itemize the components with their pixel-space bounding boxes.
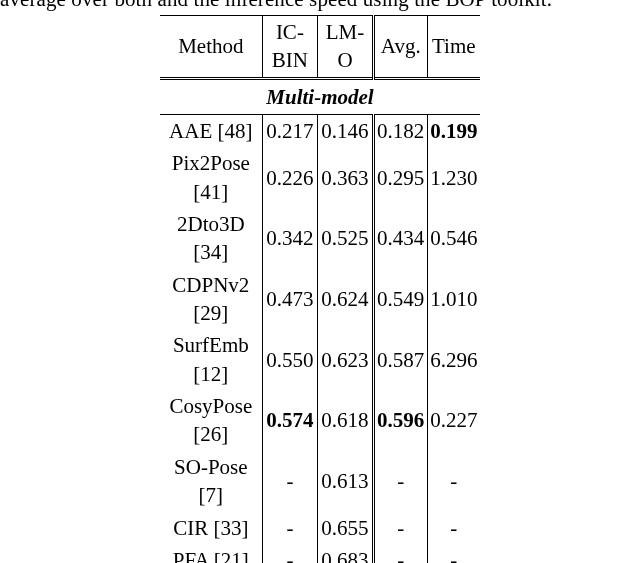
- cell-lmo: 0.618: [318, 390, 374, 451]
- cell-lmo: 0.146: [318, 115, 374, 148]
- cell-time: 6.296: [427, 329, 480, 390]
- results-table: Method IC-BIN LM-O Avg. Time Multi-model…: [160, 15, 480, 563]
- table-row: Pix2Pose [41]0.2260.3630.2951.230: [160, 147, 480, 208]
- col-time: Time: [427, 16, 480, 79]
- table-row: SurfEmb [12]0.5500.6230.5876.296: [160, 329, 480, 390]
- cell-time: -: [427, 512, 480, 544]
- cell-avg: 0.434: [373, 208, 427, 269]
- table-row: PFA [21]-0.683--: [160, 544, 480, 563]
- cell-icbin: 0.217: [262, 115, 318, 148]
- col-lmo: LM-O: [318, 16, 374, 79]
- cell-method: PFA [21]: [160, 544, 262, 563]
- header-row: Method IC-BIN LM-O Avg. Time: [160, 16, 480, 79]
- cell-time: 0.227: [427, 390, 480, 451]
- cell-time: 0.546: [427, 208, 480, 269]
- cell-time: 1.230: [427, 147, 480, 208]
- cell-method: CIR [33]: [160, 512, 262, 544]
- cell-avg: -: [373, 544, 427, 563]
- cell-avg: 0.587: [373, 329, 427, 390]
- cell-method: CDPNv2 [29]: [160, 269, 262, 330]
- cell-avg: 0.182: [373, 115, 427, 148]
- cell-icbin: 0.226: [262, 147, 318, 208]
- cell-avg: -: [373, 451, 427, 512]
- cell-avg: 0.295: [373, 147, 427, 208]
- cell-lmo: 0.623: [318, 329, 374, 390]
- table-row: CosyPose [26]0.5740.6180.5960.227: [160, 390, 480, 451]
- cell-lmo: 0.613: [318, 451, 374, 512]
- col-avg: Avg.: [373, 16, 427, 79]
- cell-time: 0.199: [427, 115, 480, 148]
- cell-method: SurfEmb [12]: [160, 329, 262, 390]
- cell-icbin: 0.550: [262, 329, 318, 390]
- cell-method: 2Dto3D [34]: [160, 208, 262, 269]
- cell-lmo: 0.624: [318, 269, 374, 330]
- table-row: 2Dto3D [34]0.3420.5250.4340.546: [160, 208, 480, 269]
- cell-time: 1.010: [427, 269, 480, 330]
- cell-method: CosyPose [26]: [160, 390, 262, 451]
- cell-lmo: 0.525: [318, 208, 374, 269]
- cell-icbin: -: [262, 544, 318, 563]
- cell-icbin: -: [262, 451, 318, 512]
- cell-icbin: 0.342: [262, 208, 318, 269]
- cell-avg: 0.549: [373, 269, 427, 330]
- table-row: CIR [33]-0.655--: [160, 512, 480, 544]
- cell-time: -: [427, 544, 480, 563]
- cell-lmo: 0.655: [318, 512, 374, 544]
- cell-method: AAE [48]: [160, 115, 262, 148]
- col-icbin: IC-BIN: [262, 16, 318, 79]
- table-row: AAE [48]0.2170.1460.1820.199: [160, 115, 480, 148]
- cell-lmo: 0.683: [318, 544, 374, 563]
- caption-fragment: average over both and the inference spee…: [0, 0, 640, 12]
- cell-icbin: -: [262, 512, 318, 544]
- cell-icbin: 0.473: [262, 269, 318, 330]
- cell-avg: 0.596: [373, 390, 427, 451]
- cell-method: Pix2Pose [41]: [160, 147, 262, 208]
- table-row: CDPNv2 [29]0.4730.6240.5491.010: [160, 269, 480, 330]
- cell-method: SO-Pose [7]: [160, 451, 262, 512]
- cell-lmo: 0.363: [318, 147, 374, 208]
- col-method: Method: [160, 16, 262, 79]
- cell-time: -: [427, 451, 480, 512]
- section-multi: Multi-model: [160, 78, 480, 114]
- section-label: Multi-model: [160, 78, 480, 114]
- table-row: SO-Pose [7]-0.613--: [160, 451, 480, 512]
- cell-icbin: 0.574: [262, 390, 318, 451]
- cell-avg: -: [373, 512, 427, 544]
